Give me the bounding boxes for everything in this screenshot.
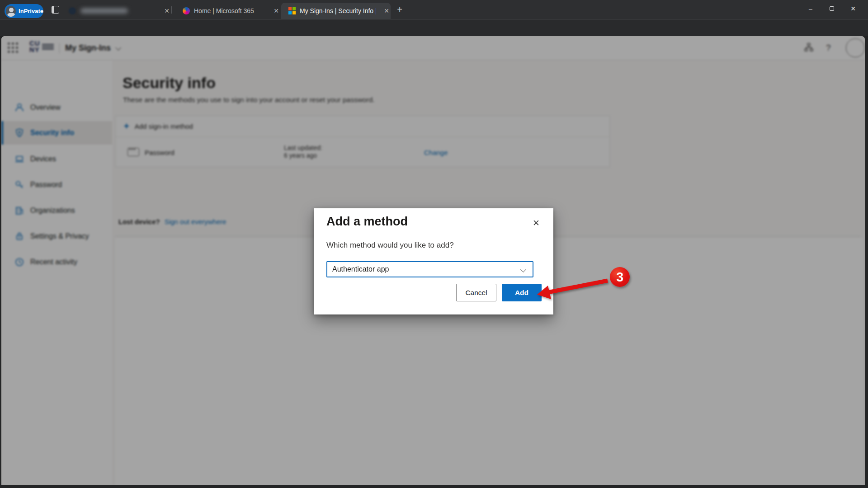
method-select[interactable]: Authenticator app: [326, 261, 533, 277]
tab-microsoft365[interactable]: Home | Microsoft 365 ✕: [173, 3, 280, 19]
annotation-step-number: 3: [616, 270, 623, 285]
tab-my-signins[interactable]: My Sign-Ins | Security Info | Micr ✕: [281, 3, 391, 19]
tab-actions-icon[interactable]: [52, 6, 59, 14]
close-tab-icon[interactable]: ✕: [272, 7, 280, 14]
tab-separator: [171, 6, 172, 14]
close-window-button[interactable]: ✕: [843, 0, 863, 17]
tab-strip: InPrivate ✕ Home | Microsoft 365 ✕ My Si…: [0, 0, 868, 19]
annotation-step-badge: 3: [610, 267, 630, 287]
dialog-close-icon[interactable]: ✕: [530, 216, 542, 229]
new-tab-button[interactable]: +: [394, 5, 405, 15]
dialog-question: Which method would you like to add?: [326, 241, 454, 250]
tab-title: Home | Microsoft 365: [194, 7, 254, 14]
chevron-down-icon: [520, 267, 526, 272]
add-method-dialog: Add a method ✕ Which method would you li…: [314, 208, 553, 314]
tab-title: My Sign-Ins | Security Info | Micr: [300, 7, 376, 14]
profile-avatar: [6, 6, 16, 17]
tab-title-redacted: [80, 8, 128, 14]
cancel-button[interactable]: Cancel: [456, 284, 496, 301]
microsoft365-favicon: [183, 7, 190, 14]
close-tab-icon[interactable]: ✕: [163, 7, 171, 14]
redacted-favicon: [69, 7, 76, 14]
dialog-title: Add a method: [326, 215, 408, 229]
profile-inprivate-badge[interactable]: InPrivate: [5, 4, 43, 18]
close-tab-icon[interactable]: ✕: [382, 7, 391, 14]
tab-redacted[interactable]: ✕: [63, 3, 171, 19]
minimize-button[interactable]: –: [800, 0, 821, 17]
microsoft-favicon: [288, 7, 296, 14]
browser-toolbar: https://mysignins.microsoft.com/security…: [0, 19, 868, 36]
method-select-value: Authenticator app: [332, 265, 389, 273]
maximize-button[interactable]: [821, 0, 842, 17]
inprivate-label: InPrivate: [19, 8, 43, 14]
add-button[interactable]: Add: [502, 284, 542, 301]
